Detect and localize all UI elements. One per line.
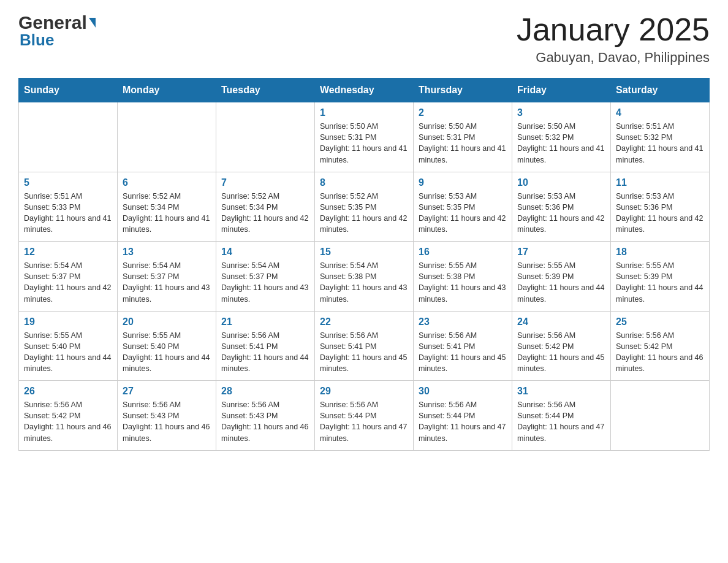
calendar-cell: 18Sunrise: 5:55 AMSunset: 5:39 PMDayligh… (611, 242, 710, 312)
calendar-cell: 10Sunrise: 5:53 AMSunset: 5:36 PMDayligh… (512, 172, 611, 242)
day-info: Sunrise: 5:56 AMSunset: 5:41 PMDaylight:… (320, 330, 408, 375)
day-info: Sunrise: 5:56 AMSunset: 5:42 PMDaylight:… (517, 330, 605, 375)
calendar-cell: 25Sunrise: 5:56 AMSunset: 5:42 PMDayligh… (611, 311, 710, 381)
day-info: Sunrise: 5:52 AMSunset: 5:34 PMDaylight:… (123, 191, 211, 236)
day-info: Sunrise: 5:52 AMSunset: 5:35 PMDaylight:… (320, 191, 408, 236)
day-info: Sunrise: 5:53 AMSunset: 5:36 PMDaylight:… (616, 191, 704, 236)
calendar-cell: 17Sunrise: 5:55 AMSunset: 5:39 PMDayligh… (512, 242, 611, 312)
day-number: 18 (616, 247, 704, 258)
calendar-cell: 27Sunrise: 5:56 AMSunset: 5:43 PMDayligh… (118, 381, 216, 451)
calendar-week-4: 19Sunrise: 5:55 AMSunset: 5:40 PMDayligh… (19, 311, 710, 381)
calendar-cell: 31Sunrise: 5:56 AMSunset: 5:44 PMDayligh… (512, 381, 611, 451)
day-info: Sunrise: 5:56 AMSunset: 5:42 PMDaylight:… (24, 399, 112, 444)
calendar-body: 1Sunrise: 5:50 AMSunset: 5:31 PMDaylight… (19, 102, 710, 451)
day-number: 17 (517, 247, 605, 258)
day-number: 16 (419, 247, 507, 258)
day-info: Sunrise: 5:56 AMSunset: 5:44 PMDaylight:… (419, 399, 507, 444)
day-info: Sunrise: 5:56 AMSunset: 5:42 PMDaylight:… (616, 330, 704, 375)
calendar-cell: 29Sunrise: 5:56 AMSunset: 5:44 PMDayligh… (315, 381, 414, 451)
calendar-week-5: 26Sunrise: 5:56 AMSunset: 5:42 PMDayligh… (19, 381, 710, 451)
calendar-cell: 4Sunrise: 5:51 AMSunset: 5:32 PMDaylight… (611, 102, 710, 172)
day-info: Sunrise: 5:56 AMSunset: 5:43 PMDaylight:… (123, 399, 211, 444)
day-info: Sunrise: 5:54 AMSunset: 5:37 PMDaylight:… (123, 260, 211, 305)
calendar-cell: 14Sunrise: 5:54 AMSunset: 5:37 PMDayligh… (216, 242, 315, 312)
calendar-cell: 9Sunrise: 5:53 AMSunset: 5:35 PMDaylight… (414, 172, 512, 242)
day-info: Sunrise: 5:52 AMSunset: 5:34 PMDaylight:… (221, 191, 309, 236)
day-info: Sunrise: 5:53 AMSunset: 5:35 PMDaylight:… (419, 191, 507, 236)
day-info: Sunrise: 5:51 AMSunset: 5:32 PMDaylight:… (616, 121, 704, 166)
day-number: 14 (221, 247, 309, 258)
day-number: 4 (616, 107, 704, 118)
weekday-header-tuesday: Tuesday (216, 79, 315, 102)
weekday-header-friday: Friday (512, 79, 611, 102)
day-number: 24 (517, 316, 605, 327)
logo-general-text: General (18, 12, 87, 33)
day-info: Sunrise: 5:56 AMSunset: 5:41 PMDaylight:… (221, 330, 309, 375)
weekday-header-thursday: Thursday (414, 79, 512, 102)
calendar-cell: 6Sunrise: 5:52 AMSunset: 5:34 PMDaylight… (118, 172, 216, 242)
calendar-title: January 2025 (517, 12, 710, 47)
calendar-cell: 28Sunrise: 5:56 AMSunset: 5:43 PMDayligh… (216, 381, 315, 451)
day-info: Sunrise: 5:51 AMSunset: 5:33 PMDaylight:… (24, 191, 112, 236)
day-number: 27 (123, 386, 211, 397)
weekday-header-saturday: Saturday (611, 79, 710, 102)
calendar-cell: 30Sunrise: 5:56 AMSunset: 5:44 PMDayligh… (414, 381, 512, 451)
calendar-cell: 15Sunrise: 5:54 AMSunset: 5:38 PMDayligh… (315, 242, 414, 312)
day-info: Sunrise: 5:54 AMSunset: 5:37 PMDaylight:… (24, 260, 112, 305)
day-number: 23 (419, 316, 507, 327)
page-header: General Blue January 2025 Gabuyan, Davao… (18, 12, 710, 66)
day-info: Sunrise: 5:55 AMSunset: 5:39 PMDaylight:… (517, 260, 605, 305)
calendar-cell: 22Sunrise: 5:56 AMSunset: 5:41 PMDayligh… (315, 311, 414, 381)
calendar-cell: 11Sunrise: 5:53 AMSunset: 5:36 PMDayligh… (611, 172, 710, 242)
day-number: 20 (123, 316, 211, 327)
day-number: 28 (221, 386, 309, 397)
calendar-cell: 2Sunrise: 5:50 AMSunset: 5:31 PMDaylight… (414, 102, 512, 172)
calendar-cell: 13Sunrise: 5:54 AMSunset: 5:37 PMDayligh… (118, 242, 216, 312)
calendar-cell: 16Sunrise: 5:55 AMSunset: 5:38 PMDayligh… (414, 242, 512, 312)
day-number: 26 (24, 386, 112, 397)
weekday-header-wednesday: Wednesday (315, 79, 414, 102)
day-number: 31 (517, 386, 605, 397)
day-number: 2 (419, 107, 507, 118)
day-info: Sunrise: 5:55 AMSunset: 5:40 PMDaylight:… (123, 330, 211, 375)
calendar-cell (216, 102, 315, 172)
calendar-subtitle: Gabuyan, Davao, Philippines (517, 50, 710, 66)
day-number: 11 (616, 177, 704, 188)
day-info: Sunrise: 5:50 AMSunset: 5:31 PMDaylight:… (320, 121, 408, 166)
day-number: 22 (320, 316, 408, 327)
day-number: 5 (24, 177, 112, 188)
day-info: Sunrise: 5:56 AMSunset: 5:43 PMDaylight:… (221, 399, 309, 444)
calendar-cell: 26Sunrise: 5:56 AMSunset: 5:42 PMDayligh… (19, 381, 118, 451)
day-info: Sunrise: 5:50 AMSunset: 5:32 PMDaylight:… (517, 121, 605, 166)
day-number: 6 (123, 177, 211, 188)
day-number: 9 (419, 177, 507, 188)
calendar-cell (118, 102, 216, 172)
calendar-cell: 23Sunrise: 5:56 AMSunset: 5:41 PMDayligh… (414, 311, 512, 381)
calendar-week-1: 1Sunrise: 5:50 AMSunset: 5:31 PMDaylight… (19, 102, 710, 172)
day-number: 3 (517, 107, 605, 118)
calendar-cell: 20Sunrise: 5:55 AMSunset: 5:40 PMDayligh… (118, 311, 216, 381)
day-info: Sunrise: 5:56 AMSunset: 5:44 PMDaylight:… (517, 399, 605, 444)
calendar-cell: 1Sunrise: 5:50 AMSunset: 5:31 PMDaylight… (315, 102, 414, 172)
calendar-cell (19, 102, 118, 172)
calendar-cell: 24Sunrise: 5:56 AMSunset: 5:42 PMDayligh… (512, 311, 611, 381)
logo-triangle-icon (89, 18, 96, 28)
logo-blue-text: Blue (20, 31, 96, 50)
title-section: January 2025 Gabuyan, Davao, Philippines (517, 12, 710, 66)
day-number: 1 (320, 107, 408, 118)
weekday-header-row: SundayMondayTuesdayWednesdayThursdayFrid… (19, 79, 710, 102)
calendar-cell: 21Sunrise: 5:56 AMSunset: 5:41 PMDayligh… (216, 311, 315, 381)
day-number: 8 (320, 177, 408, 188)
day-number: 29 (320, 386, 408, 397)
calendar-cell: 5Sunrise: 5:51 AMSunset: 5:33 PMDaylight… (19, 172, 118, 242)
day-number: 21 (221, 316, 309, 327)
day-number: 15 (320, 247, 408, 258)
day-info: Sunrise: 5:56 AMSunset: 5:41 PMDaylight:… (419, 330, 507, 375)
day-info: Sunrise: 5:53 AMSunset: 5:36 PMDaylight:… (517, 191, 605, 236)
calendar-header: SundayMondayTuesdayWednesdayThursdayFrid… (19, 79, 710, 102)
day-info: Sunrise: 5:56 AMSunset: 5:44 PMDaylight:… (320, 399, 408, 444)
calendar-week-2: 5Sunrise: 5:51 AMSunset: 5:33 PMDaylight… (19, 172, 710, 242)
weekday-header-sunday: Sunday (19, 79, 118, 102)
day-number: 25 (616, 316, 704, 327)
day-number: 10 (517, 177, 605, 188)
